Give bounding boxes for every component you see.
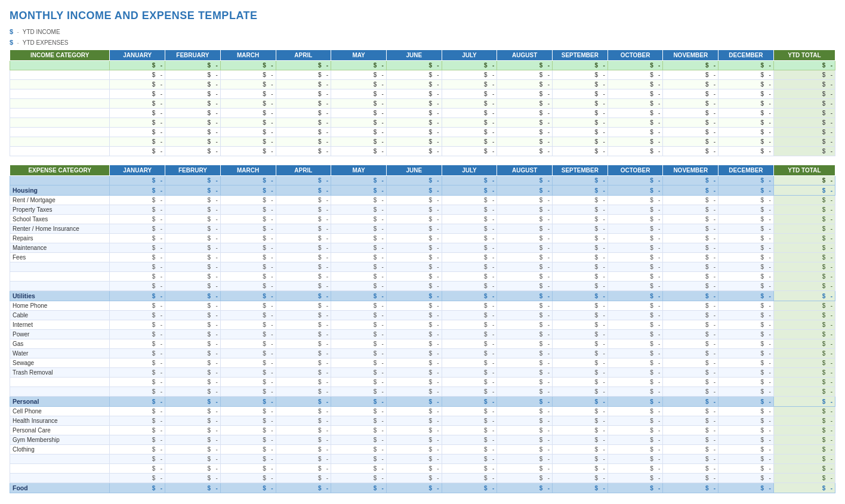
utilities-gas-row: Gas $ -$ -$ -$ -$ -$ -$ -$ -$ -$ -$ -$ -… <box>10 339 835 349</box>
utilities-internet-row: Internet $ -$ -$ -$ -$ -$ -$ -$ -$ -$ -$… <box>10 320 835 330</box>
housing-insurance-row: Renter / Home Insurance $ -$ -$ -$ -$ -$… <box>10 224 835 234</box>
exp-aug-header: AUGUST <box>497 165 553 176</box>
exp-ytd-header: YTD TOTAL <box>773 165 835 176</box>
jun-header: JUNE <box>386 50 442 61</box>
food-header: Food $ -$ -$ -$ -$ -$ -$ -$ -$ -$ -$ -$ … <box>10 483 835 493</box>
exp-may-header: MAY <box>331 165 387 176</box>
personal-clothing-row: Clothing $ -$ -$ -$ -$ -$ -$ -$ -$ -$ -$… <box>10 445 835 454</box>
personal-header: Personal $ -$ -$ -$ -$ -$ -$ -$ -$ -$ -$… <box>10 397 835 407</box>
income-row-9: $ -$ -$ -$ -$ -$ -$ -$ -$ -$ -$ -$ - $ - <box>10 147 835 156</box>
aug-header: AUGUST <box>497 50 553 61</box>
utilities-power-row: Power $ -$ -$ -$ -$ -$ -$ -$ -$ -$ -$ -$… <box>10 330 835 339</box>
exp-jun-header: JUNE <box>386 165 442 176</box>
mar-header: MARCH <box>220 50 276 61</box>
income-row-5: $ -$ -$ -$ -$ -$ -$ -$ -$ -$ -$ -$ - $ - <box>10 109 835 118</box>
dollar-sign-income: $ <box>10 28 13 35</box>
ytd-income-label: YTD INCOME <box>23 29 60 35</box>
housing-repairs-row: Repairs $ -$ -$ -$ -$ -$ -$ -$ -$ -$ -$ … <box>10 234 835 243</box>
income-row-6: $ -$ -$ -$ -$ -$ -$ -$ -$ -$ -$ -$ - $ - <box>10 118 835 128</box>
ytd-income-row: $ - YTD INCOME <box>10 28 835 35</box>
housing-rent-row: Rent / Mortgage $ -$ -$ -$ -$ -$ -$ -$ -… <box>10 196 835 205</box>
personal-healthins-row: Health Insurance $ -$ -$ -$ -$ -$ -$ -$ … <box>10 416 835 426</box>
housing-school-taxes-row: School Taxes $ -$ -$ -$ -$ -$ -$ -$ -$ -… <box>10 215 835 224</box>
may-header: MAY <box>331 50 387 61</box>
personal-care-row: Personal Care $ -$ -$ -$ -$ -$ -$ -$ -$ … <box>10 426 835 435</box>
exp-nov-header: NOVEMBER <box>663 165 718 176</box>
utilities-sewage-row: Sewage $ -$ -$ -$ -$ -$ -$ -$ -$ -$ -$ -… <box>10 358 835 368</box>
utilities-blank2: $ -$ -$ -$ -$ -$ -$ -$ -$ -$ -$ -$ - $ - <box>10 387 835 397</box>
exp-sep-header: SEPTEMBER <box>553 165 608 176</box>
housing-blank1: $ -$ -$ -$ -$ -$ -$ -$ -$ -$ -$ -$ - $ - <box>10 262 835 272</box>
income-subheader: $ - $ - $ - $ - $ - $ - $ - $ - $ - $ - … <box>10 61 835 70</box>
income-dash: - <box>17 28 19 35</box>
ytd-expenses-row: $ - YTD EXPENSES <box>10 39 835 46</box>
income-row-8: $ -$ -$ -$ -$ -$ -$ -$ -$ -$ -$ -$ - $ - <box>10 137 835 147</box>
feb-header: FEBRUARY <box>165 50 221 61</box>
personal-blank2: $ -$ -$ -$ -$ -$ -$ -$ -$ -$ -$ -$ - $ - <box>10 464 835 474</box>
utilities-header: Utilities $ -$ -$ -$ -$ -$ -$ -$ -$ -$ -… <box>10 291 835 301</box>
exp-oct-header: OCTOBER <box>607 165 663 176</box>
housing-fees-row: Fees $ -$ -$ -$ -$ -$ -$ -$ -$ -$ -$ -$ … <box>10 253 835 262</box>
sep-header: SEPTEMBER <box>553 50 608 61</box>
housing-blank3: $ -$ -$ -$ -$ -$ -$ -$ -$ -$ -$ -$ - $ - <box>10 282 835 291</box>
income-row-4: $ -$ -$ -$ -$ -$ -$ -$ -$ -$ -$ -$ - $ - <box>10 99 835 109</box>
personal-blank3: $ -$ -$ -$ -$ -$ -$ -$ -$ -$ -$ -$ - $ - <box>10 474 835 483</box>
exp-jul-header: JULY <box>442 165 497 176</box>
housing-property-taxes-row: Property Taxes $ -$ -$ -$ -$ -$ -$ -$ -$… <box>10 205 835 215</box>
exp-jan-header: JANUARY <box>110 165 165 176</box>
income-row-3: $ -$ -$ -$ -$ -$ -$ -$ -$ -$ -$ -$ - $ - <box>10 89 835 99</box>
exp-apr-header: APRIL <box>276 165 331 176</box>
housing-maintenance-row: Maintenance $ -$ -$ -$ -$ -$ -$ -$ -$ -$… <box>10 243 835 253</box>
apr-header: APRIL <box>276 50 331 61</box>
expense-header-row: EXPENSE CATEGORY JANUARY FEBRURY MARCH A… <box>10 165 835 176</box>
dec-header: DECEMBER <box>718 50 774 61</box>
utilities-blank1: $ -$ -$ -$ -$ -$ -$ -$ -$ -$ -$ -$ - $ - <box>10 378 835 387</box>
personal-cellphone-row: Cell Phone $ -$ -$ -$ -$ -$ -$ -$ -$ -$ … <box>10 407 835 416</box>
income-category-header: INCOME CATEGORY <box>10 50 110 61</box>
expense-table: EXPENSE CATEGORY JANUARY FEBRURY MARCH A… <box>10 165 835 493</box>
personal-blank1: $ -$ -$ -$ -$ -$ -$ -$ -$ -$ -$ -$ - $ - <box>10 454 835 464</box>
housing-blank2: $ -$ -$ -$ -$ -$ -$ -$ -$ -$ -$ -$ - $ - <box>10 272 835 282</box>
utilities-water-row: Water $ -$ -$ -$ -$ -$ -$ -$ -$ -$ -$ -$… <box>10 349 835 358</box>
housing-header: Housing $ -$ -$ -$ -$ -$ -$ -$ -$ -$ -$ … <box>10 185 835 196</box>
jul-header: JULY <box>442 50 497 61</box>
oct-header: OCTOBER <box>607 50 663 61</box>
expense-category-header: EXPENSE CATEGORY <box>10 165 110 176</box>
income-table: INCOME CATEGORY JANUARY FEBRUARY MARCH A… <box>10 50 835 156</box>
jan-header: JANUARY <box>110 50 165 61</box>
utilities-cable-row: Cable $ -$ -$ -$ -$ -$ -$ -$ -$ -$ -$ -$… <box>10 311 835 320</box>
utilities-trash-row: Trash Removal $ -$ -$ -$ -$ -$ -$ -$ -$ … <box>10 368 835 378</box>
ytd-header: YTD TOTAL <box>773 50 835 61</box>
exp-dec-header: DECEMBER <box>718 165 774 176</box>
dollar-sign-expenses: $ <box>10 39 13 46</box>
page-title: MONTHLY INCOME AND EXPENSE TEMPLATE <box>10 10 835 22</box>
exp-feb-header: FEBRURY <box>165 165 221 176</box>
exp-mar-header: MARCH <box>220 165 276 176</box>
nov-header: NOVEMBER <box>663 50 718 61</box>
income-row-1: $ -$ -$ -$ -$ -$ -$ -$ -$ -$ -$ -$ - $ - <box>10 70 835 80</box>
expenses-dash: - <box>17 39 19 46</box>
income-header-row: INCOME CATEGORY JANUARY FEBRUARY MARCH A… <box>10 50 835 61</box>
income-row-7: $ -$ -$ -$ -$ -$ -$ -$ -$ -$ -$ -$ - $ - <box>10 128 835 137</box>
income-row-2: $ -$ -$ -$ -$ -$ -$ -$ -$ -$ -$ -$ - $ - <box>10 80 835 89</box>
personal-gym-row: Gym Membership $ -$ -$ -$ -$ -$ -$ -$ -$… <box>10 435 835 445</box>
ytd-expenses-label: YTD EXPENSES <box>23 39 69 46</box>
expense-subheader: $ -$ -$ -$ -$ -$ -$ -$ -$ -$ -$ -$ - $ - <box>10 176 835 185</box>
utilities-homephone-row: Home Phone $ -$ -$ -$ -$ -$ -$ -$ -$ -$ … <box>10 301 835 311</box>
